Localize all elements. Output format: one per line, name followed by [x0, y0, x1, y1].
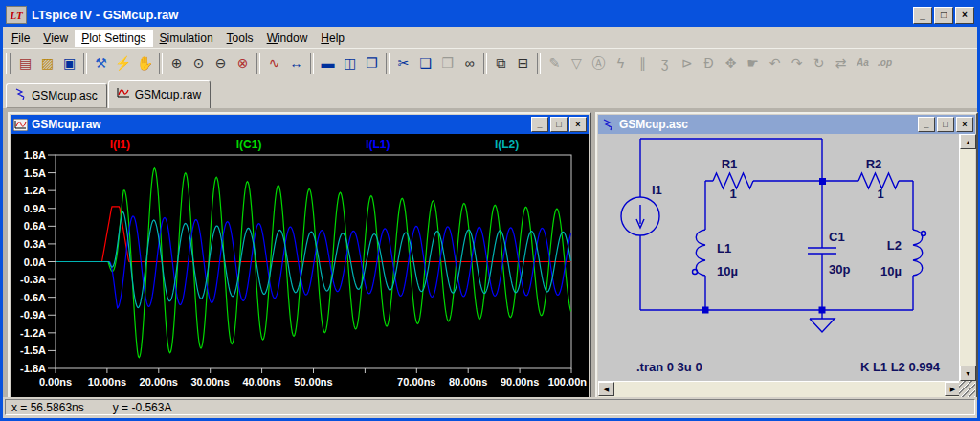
- toolbar-separator: [386, 53, 390, 74]
- copy-button[interactable]: ❑: [414, 53, 436, 75]
- minimize-button[interactable]: _: [913, 7, 932, 24]
- tab-gsmcup.raw[interactable]: GSMcup.raw: [108, 80, 211, 109]
- tile-vertically-button[interactable]: ◫: [339, 53, 361, 75]
- capacitor-C1-symbol[interactable]: [808, 181, 836, 310]
- main-title-bar: LT LTspice IV - GSMcup.raw _□×: [3, 3, 977, 27]
- schematic-canvas[interactable]: I1 R1 1 L1 10µ C1 30p R2 1 L2 10µ .tran …: [598, 134, 961, 381]
- undo-button: ↶: [764, 53, 786, 75]
- cascade-windows-button[interactable]: ❐: [361, 53, 383, 75]
- toolbar: ▤▨▣⚒⚡✋⊕⊙⊖⊗∿↔▬◫❐✂❑❒∞⧉⊟✎▽Ⓐϟ∥ʒ⊳Ð✥☛↶↷↻⇄Aa.op: [3, 48, 977, 78]
- inductor-L2-symbol[interactable]: [913, 230, 923, 310]
- toolbar-separator: [159, 53, 163, 74]
- x-axis-label: 10.00ns: [88, 376, 126, 388]
- drag-button: ☛: [742, 53, 764, 75]
- scroll-down-button[interactable]: ▼: [960, 366, 976, 381]
- schematic-labels: I1 R1 1 L1 10µ C1 30p R2 1 L2 10µ .tran …: [636, 157, 941, 374]
- find-button[interactable]: ∞: [458, 53, 480, 75]
- component-ref[interactable]: C1: [829, 230, 845, 244]
- component-ref[interactable]: R2: [866, 157, 882, 171]
- component-ref[interactable]: R1: [722, 157, 738, 171]
- y-axis-label: -1.2A: [20, 327, 46, 339]
- menu-item-plot-settings[interactable]: Plot Settings: [75, 30, 152, 47]
- new-schematic-button[interactable]: ▤: [14, 53, 36, 75]
- l1-phase-dot: [693, 270, 698, 275]
- minimize-button[interactable]: _: [531, 117, 548, 132]
- status-bar: x = 56.5863ns y = -0.563A: [3, 397, 977, 418]
- schematic-icon: [13, 88, 27, 102]
- close-button[interactable]: ×: [956, 117, 973, 132]
- draw-wire-button: ✎: [544, 53, 566, 75]
- waveform-icon: [12, 118, 28, 131]
- menu-item-view[interactable]: View: [36, 30, 75, 47]
- x-axis-label: 80.00ns: [449, 376, 487, 388]
- horizontal-scrollbar[interactable]: ◀ ▶: [598, 381, 961, 397]
- zoom-back-button[interactable]: ⊙: [188, 53, 210, 75]
- tile-horizontally-button[interactable]: ▬: [317, 53, 339, 75]
- legend-I(C1): I(C1): [236, 138, 262, 151]
- minimize-button[interactable]: _: [918, 117, 935, 132]
- move-button: ✥: [720, 53, 742, 75]
- scroll-left-button[interactable]: ◀: [598, 382, 614, 396]
- maximize-button[interactable]: □: [550, 117, 568, 132]
- component-value[interactable]: 1: [877, 187, 883, 201]
- menu-item-tools[interactable]: Tools: [220, 30, 260, 47]
- schematic-icon: [600, 118, 615, 131]
- autorange-button[interactable]: ↔: [285, 53, 307, 75]
- close-button[interactable]: ×: [569, 117, 587, 132]
- component-value[interactable]: 30p: [829, 262, 850, 277]
- scroll-up-button[interactable]: ▲: [960, 134, 976, 149]
- maximize-button[interactable]: □: [934, 7, 953, 24]
- toolbar-separator: [256, 53, 260, 74]
- menu-item-help[interactable]: Help: [314, 30, 351, 47]
- waveform-window-title: GSMcup.raw: [32, 118, 527, 131]
- y-axis-label: 0.0A: [24, 256, 46, 268]
- y-axis-label: 0.3A: [24, 238, 46, 250]
- waveform-window-title-bar[interactable]: GSMcup.raw _□×: [11, 115, 589, 134]
- cut-button[interactable]: ✂: [392, 53, 414, 75]
- component-value[interactable]: 10µ: [717, 264, 738, 278]
- schematic-window-title: GSMcup.asc: [619, 118, 914, 131]
- tran-directive[interactable]: .tran 0 3u 0: [636, 360, 702, 374]
- close-button[interactable]: ×: [955, 7, 974, 24]
- save-button[interactable]: ▣: [58, 53, 80, 75]
- schematic-window: GSMcup.asc _□×: [595, 112, 978, 400]
- coupling-directive[interactable]: K L1 L2 0.994: [860, 360, 941, 374]
- resistor-R2-symbol[interactable]: [822, 173, 913, 188]
- component-ref[interactable]: L2: [887, 238, 902, 253]
- zoom-in-button[interactable]: ⊕: [166, 53, 188, 75]
- toolbar-separator: [483, 53, 487, 74]
- mirror-button: ⇄: [830, 53, 852, 75]
- menu-item-simulation[interactable]: Simulation: [153, 30, 220, 47]
- vertical-scrollbar[interactable]: ▲ ▼: [959, 134, 975, 381]
- resize-grip[interactable]: [959, 381, 975, 397]
- component-value[interactable]: 1: [729, 187, 736, 201]
- schematic-window-controls: _□×: [918, 117, 973, 132]
- place-inductor-button: ʒ: [654, 53, 676, 75]
- plot-settings-button[interactable]: ∿: [263, 53, 285, 75]
- cursor-x-readout: x = 56.5863ns: [11, 401, 84, 414]
- y-axis-label: 1.8A: [24, 149, 46, 161]
- x-axis-label: 20.00ns: [140, 376, 178, 388]
- y-axis-label: 1.2A: [24, 185, 46, 196]
- menu-item-file[interactable]: File: [5, 30, 36, 47]
- tab-gsmcup.asc[interactable]: GSMcup.asc: [6, 83, 107, 108]
- add-text-button: Aa: [852, 53, 874, 75]
- open-button[interactable]: ▨: [36, 53, 58, 75]
- legend-I(L2): I(L2): [495, 138, 519, 151]
- tab-label: GSMcup.asc: [32, 89, 98, 102]
- control-panel-button[interactable]: ⚒: [90, 53, 112, 75]
- resistor-R1-symbol[interactable]: [705, 173, 822, 188]
- inductor-L1-symbol[interactable]: [696, 230, 705, 310]
- zoom-out-button[interactable]: ⊖: [210, 53, 232, 75]
- waveform-plot[interactable]: 1.8A1.5A1.2A0.9A0.6A0.3A0.0A-0.3A-0.6A-0…: [11, 134, 589, 397]
- maximize-button[interactable]: □: [937, 117, 954, 132]
- component-ref[interactable]: L1: [717, 241, 731, 255]
- zoom-full-extents-button[interactable]: ⊗: [232, 53, 254, 75]
- component-ref[interactable]: I1: [652, 183, 662, 197]
- schematic-window-title-bar[interactable]: GSMcup.asc _□×: [598, 115, 975, 134]
- menu-item-window[interactable]: Window: [260, 30, 315, 47]
- run-button[interactable]: ⚡: [112, 53, 134, 75]
- component-value[interactable]: 10µ: [880, 264, 902, 278]
- print-preview-button[interactable]: ⧉: [490, 53, 512, 75]
- print-button[interactable]: ⊟: [512, 53, 534, 75]
